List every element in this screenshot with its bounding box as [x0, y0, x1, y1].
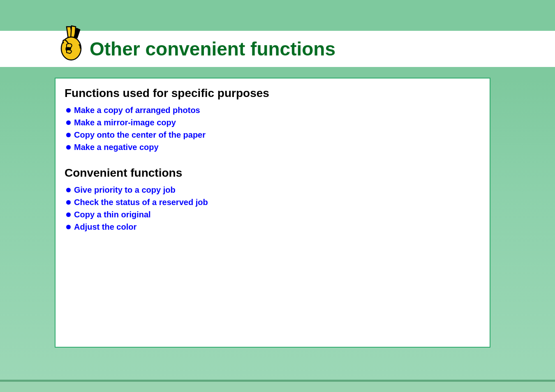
- title-banner: Other convenient functions: [0, 31, 555, 67]
- function-link[interactable]: Make a copy of arranged photos: [74, 104, 200, 116]
- list-item: Check the status of a reserved job: [66, 196, 481, 208]
- list-item: Make a mirror-image copy: [66, 116, 481, 129]
- bullet-icon: [66, 188, 71, 192]
- bullet-icon: [66, 212, 71, 217]
- bullet-icon: [66, 108, 71, 113]
- bottom-bar: [0, 380, 555, 392]
- function-link[interactable]: Make a mirror-image copy: [74, 116, 176, 129]
- list-item: Make a copy of arranged photos: [66, 104, 481, 116]
- bullet-icon: [66, 133, 71, 137]
- link-list-1: Make a copy of arranged photos Make a mi…: [66, 104, 481, 153]
- bullet-icon: [66, 225, 71, 229]
- function-link[interactable]: Check the status of a reserved job: [74, 196, 208, 208]
- page-title: Other convenient functions: [90, 38, 335, 60]
- section-heading-2: Convenient functions: [65, 166, 481, 180]
- content-box: Functions used for specific purposes Mak…: [55, 78, 490, 348]
- section-heading-1: Functions used for specific purposes: [65, 87, 481, 100]
- bullet-icon: [66, 120, 71, 125]
- list-item: Give priority to a copy job: [66, 184, 481, 196]
- link-list-2: Give priority to a copy job Check the st…: [66, 184, 481, 233]
- function-link[interactable]: Make a negative copy: [74, 141, 159, 153]
- bullet-icon: [66, 145, 71, 150]
- list-item: Copy onto the center of the paper: [66, 129, 481, 141]
- bullet-icon: [66, 200, 71, 205]
- list-item: Copy a thin original: [66, 208, 481, 221]
- function-link[interactable]: Copy onto the center of the paper: [74, 129, 206, 141]
- function-link[interactable]: Adjust the color: [74, 221, 136, 233]
- function-link[interactable]: Give priority to a copy job: [74, 184, 176, 196]
- bottom-bar-light: [0, 382, 555, 392]
- peace-hand-icon: [58, 25, 86, 64]
- list-item: Adjust the color: [66, 221, 481, 233]
- function-link[interactable]: Copy a thin original: [74, 208, 151, 221]
- list-item: Make a negative copy: [66, 141, 481, 153]
